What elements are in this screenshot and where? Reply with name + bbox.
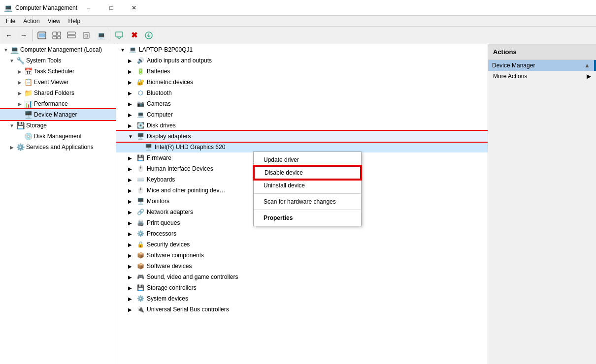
toggle-processors[interactable]: ▶: [128, 231, 136, 237]
performance-icon: 📊: [24, 100, 33, 108]
tree-item-shared-folders[interactable]: ▶ 📁 Shared Folders: [0, 88, 116, 98]
device-cameras[interactable]: ▶ 📷 Cameras: [116, 98, 488, 109]
toggle-sw-components[interactable]: ▶: [128, 253, 136, 258]
toggle-event-viewer[interactable]: ▶: [16, 80, 24, 85]
device-sound[interactable]: ▶ 🎮 Sound, video and game controllers: [116, 272, 488, 282]
device-disk-drives[interactable]: ▶ 💽 Disk drives: [116, 120, 488, 131]
ctx-update-driver[interactable]: Update driver: [254, 154, 361, 166]
toggle-sound[interactable]: ▶: [128, 274, 136, 280]
tree-item-storage[interactable]: ▼ 💾 Storage: [0, 120, 116, 131]
toolbar-btn-4[interactable]: [50, 29, 64, 42]
toggle-hid[interactable]: ▶: [128, 166, 136, 172]
toggle-computer[interactable]: ▶: [128, 112, 136, 118]
toggle-network[interactable]: ▶: [128, 210, 136, 215]
device-sw-components[interactable]: ▶ 📦 Software components: [116, 250, 488, 261]
minimize-button[interactable]: –: [77, 0, 100, 16]
device-display[interactable]: ▼ 🖥️ Display adapters: [116, 131, 488, 142]
toggle-print-q[interactable]: ▶: [128, 220, 136, 226]
toggle-monitors[interactable]: ▶: [128, 199, 136, 204]
tree-item-performance[interactable]: ▶ 📊 Performance: [0, 98, 116, 109]
network-label: Network adapters: [147, 209, 193, 215]
tree-item-svc-apps[interactable]: ▶ ⚙️ Services and Applications: [0, 142, 116, 152]
close-button[interactable]: ✕: [123, 0, 145, 16]
actions-more[interactable]: More Actions ▶: [488, 71, 596, 82]
toggle-shared-folders[interactable]: ▶: [16, 91, 24, 96]
bluetooth-label: Bluetooth: [147, 90, 172, 96]
actions-title: Actions: [488, 44, 596, 60]
sound-icon: 🎮: [136, 273, 145, 281]
svg-rect-7: [67, 35, 75, 38]
disk-drives-label: Disk drives: [147, 122, 176, 129]
toggle-usb[interactable]: ▶: [128, 307, 136, 312]
ctx-scan-changes[interactable]: Scan for hardware changes: [254, 196, 361, 208]
menu-help[interactable]: Help: [65, 17, 85, 26]
device-bluetooth[interactable]: ▶ ⬡ Bluetooth: [116, 88, 488, 98]
device-intel-uhd[interactable]: 🖥️ Intel(R) UHD Graphics 620: [116, 142, 488, 152]
toggle-device-manager[interactable]: [16, 112, 24, 118]
actions-primary[interactable]: Device Manager ▲: [488, 60, 596, 71]
toggle-root[interactable]: ▼: [120, 47, 128, 53]
device-storage-ctrl[interactable]: ▶ 💾 Storage controllers: [116, 282, 488, 293]
device-root[interactable]: ▼ 💻 LAPTOP-B2P00QJ1: [116, 44, 488, 55]
toggle-performance[interactable]: ▶: [16, 101, 24, 107]
tree-item-event-viewer[interactable]: ▶ 📋 Event Viewer: [0, 77, 116, 88]
device-processors[interactable]: ▶ ⚙️ Processors: [116, 228, 488, 239]
toggle-sys-tools[interactable]: ▼: [8, 58, 16, 63]
svg-rect-1: [39, 33, 45, 37]
menu-file[interactable]: File: [2, 17, 19, 26]
toggle-sys-devices[interactable]: ▶: [128, 296, 136, 302]
toggle-storage-ctrl[interactable]: ▶: [128, 285, 136, 291]
device-batteries[interactable]: ▶ 🔋 Batteries: [116, 66, 488, 77]
forward-button[interactable]: →: [17, 29, 31, 42]
ctx-uninstall-device[interactable]: Uninstall device: [254, 180, 361, 191]
toggle-disk-drives[interactable]: ▶: [128, 123, 136, 128]
tree-item-task-sched[interactable]: ▶ 📅 Task Scheduler: [0, 66, 116, 77]
toolbar-btn-9[interactable]: ✖: [127, 29, 141, 42]
toggle-storage[interactable]: ▼: [8, 123, 16, 128]
toggle-security[interactable]: ▶: [128, 242, 136, 247]
toggle-comp-mgmt[interactable]: ▼: [2, 47, 10, 53]
menu-action[interactable]: Action: [19, 17, 43, 26]
toggle-task-sched[interactable]: ▶: [16, 69, 24, 74]
device-sys-devices[interactable]: ▶ ⚙️ System devices: [116, 293, 488, 304]
back-button[interactable]: ←: [2, 29, 16, 42]
task-sched-icon: 📅: [24, 67, 33, 75]
maximize-button[interactable]: □: [100, 0, 123, 16]
toggle-sw-devices[interactable]: ▶: [128, 264, 136, 269]
device-computer[interactable]: ▶ 💻 Computer: [116, 109, 488, 120]
toggle-mice[interactable]: ▶: [128, 188, 136, 193]
toolbar-btn-5[interactable]: [65, 29, 78, 42]
toolbar-btn-8[interactable]: [112, 29, 126, 42]
device-security[interactable]: ▶ 🔒 Security devices: [116, 239, 488, 250]
tree-item-device-manager[interactable]: 🖥️ Device Manager: [0, 109, 116, 120]
toolbar-btn-7[interactable]: 💻: [94, 29, 108, 42]
toggle-svc-apps[interactable]: ▶: [8, 145, 16, 150]
device-audio[interactable]: ▶ 🔊 Audio inputs and outputs: [116, 55, 488, 66]
toggle-disk-mgmt[interactable]: [16, 134, 24, 139]
toggle-keyboards[interactable]: ▶: [128, 177, 136, 182]
toggle-bluetooth[interactable]: ▶: [128, 91, 136, 96]
ctx-disable-device[interactable]: Disable device: [254, 166, 361, 180]
toolbar-btn-10[interactable]: [142, 29, 156, 42]
toggle-cameras[interactable]: ▶: [128, 101, 136, 107]
toggle-firmware[interactable]: ▶: [128, 155, 136, 161]
toggle-batteries[interactable]: ▶: [128, 69, 136, 74]
computer-label: Computer: [147, 111, 173, 118]
ctx-properties[interactable]: Properties: [254, 212, 361, 224]
menu-view[interactable]: View: [44, 17, 65, 26]
device-usb[interactable]: ▶ 🔌 Universal Serial Bus controllers: [116, 304, 488, 315]
toggle-display[interactable]: ▼: [128, 134, 136, 139]
audio-label: Audio inputs and outputs: [147, 57, 212, 64]
tree-item-comp-mgmt[interactable]: ▼ 💻 Computer Management (Local): [0, 44, 116, 55]
toolbar-btn-6[interactable]: ⊟: [79, 29, 93, 42]
device-biometric[interactable]: ▶ 🔐 Biometric devices: [116, 77, 488, 88]
toggle-audio[interactable]: ▶: [128, 58, 136, 63]
tree-item-disk-mgmt[interactable]: 💿 Disk Management: [0, 131, 116, 142]
toggle-biometric[interactable]: ▶: [128, 80, 136, 85]
device-sw-devices[interactable]: ▶ 📦 Software devices: [116, 261, 488, 272]
title-bar: 💻 Computer Management – □ ✕: [0, 0, 596, 16]
toolbar-btn-3[interactable]: [35, 29, 49, 42]
display-icon: 🖥️: [136, 132, 145, 140]
event-viewer-label: Event Viewer: [34, 79, 68, 86]
tree-item-sys-tools[interactable]: ▼ 🔧 System Tools: [0, 55, 116, 66]
